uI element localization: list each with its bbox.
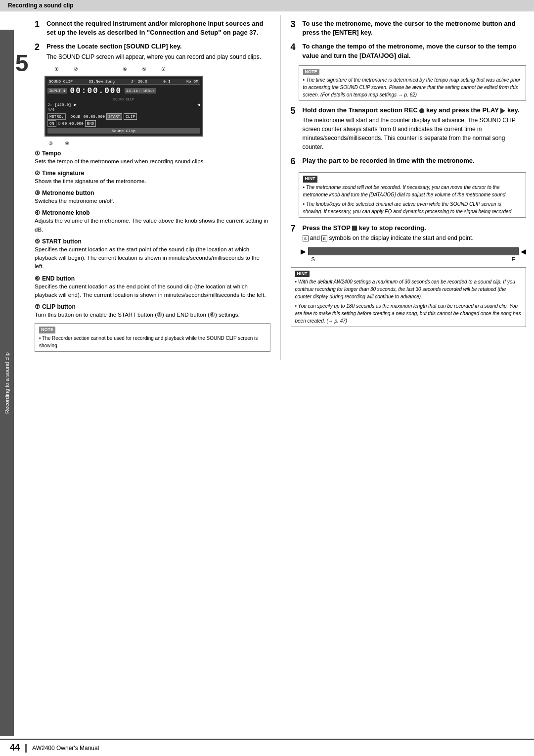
- step-6: 6 Play the part to be recorded in time w…: [291, 156, 527, 167]
- item-5-title: ⑤ START button: [35, 238, 270, 245]
- step-4-title: To change the tempo of the metronome, mo…: [303, 42, 527, 60]
- screen-tempo-display: J= 20.0: [131, 79, 147, 84]
- item-6-num: ⑥: [35, 275, 40, 282]
- step-1-number: 1: [35, 19, 44, 30]
- item-time-sig: ② Time signature Shows the time signatur…: [35, 170, 270, 186]
- waveform-labels: S E: [301, 255, 527, 263]
- note-box-right: NOTE • The time signature of the metrono…: [299, 65, 527, 101]
- screen-position: 0.I: [163, 79, 170, 84]
- screen-back-icon: ◀: [197, 102, 200, 107]
- step-5-content: Hold down the Transport section REC key …: [303, 106, 527, 151]
- step-3-title: To use the metronome, move the cursor to…: [303, 19, 527, 37]
- item-4-num: ④: [35, 209, 40, 216]
- step-4: 4 To change the tempo of the metronome, …: [291, 42, 527, 60]
- arrow-right-icon: ◀: [521, 247, 526, 255]
- callout-5: ⑤: [142, 66, 146, 72]
- note-left-text: • The Recorder section cannot be used fo…: [39, 334, 266, 349]
- hint-right-line-1: • The metronome sound will not be record…: [303, 184, 522, 198]
- top-bar: Recording a sound clip: [0, 0, 534, 11]
- screen-right-info: 44.1k: 16Bit: [125, 88, 156, 94]
- step-1-title: Connect the required instrument and/or m…: [46, 19, 270, 37]
- side-tab: Recording to a sound clip: [0, 30, 14, 736]
- items-list: ① Tempo Sets the tempo of the metronome …: [35, 150, 270, 320]
- step-2-body: The SOUND CLIP screen will appear, where…: [46, 52, 270, 61]
- item-3-body: Switches the metronome on/off.: [35, 197, 270, 205]
- play-icon: [500, 108, 505, 114]
- screen-clip-btn: CLIP: [124, 113, 137, 120]
- note-right-text: • The time signature of the metronome is…: [303, 76, 522, 98]
- s-symbol: S: [303, 236, 309, 241]
- item-4-title: ④ Metronome knob: [35, 209, 270, 216]
- step-3: 3 To use the metronome, move the cursor …: [291, 19, 527, 37]
- hint-right-line-2: • The knobs/keys of the selected channel…: [303, 200, 522, 215]
- step-6-content: Play the part to be recorded in time wit…: [303, 156, 527, 165]
- ref-5: ⑤: [157, 312, 162, 318]
- hint-box-right: HINT • The metronome sound will not be r…: [299, 172, 527, 218]
- waveform-diagram: ▶ ◀ S E: [301, 247, 527, 263]
- step-5: 5 Hold down the Transport section REC ke…: [291, 106, 527, 151]
- step-7-body: S and E symbols on the display indicate …: [303, 234, 527, 242]
- item-5-num: ⑤: [35, 238, 40, 245]
- step-3-content: To use the metronome, move the cursor to…: [303, 19, 527, 37]
- step-2-title: Press the Locate section [SOUND CLIP] ke…: [46, 42, 270, 51]
- screen-sound-clip-label: SOUND CLIP: [49, 79, 73, 84]
- step-4-number: 4: [291, 42, 301, 53]
- item-6-body: Specifies the current location as the en…: [35, 283, 270, 300]
- callout-3: ③: [48, 141, 53, 146]
- step-5-number: 5: [291, 106, 301, 117]
- screen-input-label: INPUT 1: [47, 88, 67, 94]
- page-number: 44: [10, 743, 20, 753]
- item-3-title: ③ Metronome button: [35, 189, 270, 196]
- item-4-label: Metronome knob: [42, 209, 90, 216]
- header-title: Recording a sound clip: [8, 2, 74, 9]
- item-7-num: ⑦: [35, 303, 40, 310]
- step-3-number: 3: [291, 19, 301, 30]
- screen-tempo-j: J= [120.0]: [47, 102, 71, 107]
- item-2-num: ②: [35, 170, 40, 177]
- manual-title: AW2400 Owner's Manual: [32, 745, 99, 752]
- screen-play-icon: ▶: [74, 102, 77, 107]
- item-metro-btn: ③ Metronome button Switches the metronom…: [35, 189, 270, 205]
- item-metro-knob: ④ Metronome knob Adjusts the volume of t…: [35, 209, 270, 234]
- hint-right-label: HINT: [303, 176, 317, 183]
- screen-clip-area: 00:00.000: [84, 114, 105, 119]
- col-left: 1 Connect the required instrument and/or…: [30, 15, 281, 360]
- stop-icon: [352, 226, 357, 231]
- step-7-content: Press the STOP key to stop recording. S …: [303, 224, 527, 242]
- callout-4: ④: [65, 141, 69, 146]
- screen-footer-text: Sound Clip: [112, 129, 135, 133]
- item-7-title: ⑦ CLIP button: [35, 303, 270, 310]
- step-7-number: 7: [291, 224, 301, 235]
- item-1-num: ①: [35, 150, 40, 157]
- bottom-bar: 44 | AW2400 Owner's Manual: [0, 739, 534, 756]
- screen-sub-label: SOUND CLIP: [47, 97, 200, 101]
- arrow-left-icon: ▶: [301, 247, 306, 255]
- item-6-title: ⑥ END button: [35, 275, 270, 282]
- step-5-body: The metronome will start and the counter…: [303, 116, 527, 151]
- item-2-label: Time signature: [42, 170, 84, 177]
- callout-7: ⑦: [161, 66, 166, 72]
- callout-1: ①: [54, 66, 59, 72]
- item-3-label: Metronome button: [42, 189, 94, 196]
- item-5-body: Specifies the current location as the st…: [35, 245, 270, 271]
- screen-diagram: SOUND CLIP 33.New_Song J= 20.0 0.I No DM…: [44, 76, 203, 137]
- note-right-label: NOTE: [303, 69, 319, 76]
- hint-bottom-line-2: • You can specify up to 180 seconds as t…: [295, 302, 522, 325]
- hint-box-bottom: HINT • With the default AW2400 settings …: [291, 267, 527, 328]
- e-label: E: [512, 256, 515, 262]
- step-4-content: To change the tempo of the metronome, mo…: [303, 42, 527, 60]
- item-3-num: ③: [35, 189, 40, 196]
- item-clip-btn: ⑦ CLIP button Turn this button on to ena…: [35, 303, 270, 319]
- item-1-label: Tempo: [42, 150, 61, 157]
- callout-6: ⑥: [123, 66, 127, 72]
- columns-layout: 1 Connect the required instrument and/or…: [30, 15, 534, 360]
- step-6-number: 6: [291, 156, 301, 167]
- step-7: 7 Press the STOP key to stop recording. …: [291, 224, 527, 242]
- col-right: 3 To use the metronome, move the cursor …: [281, 15, 534, 360]
- screen-on-btn: ON: [47, 120, 56, 127]
- e-symbol: E: [321, 236, 327, 241]
- screen-footer: Sound Clip: [47, 128, 200, 134]
- page-separator: |: [25, 743, 27, 753]
- item-1-body: Sets the tempo of the metronome used whe…: [35, 157, 270, 166]
- screen-time-sig: 4/4: [47, 107, 200, 112]
